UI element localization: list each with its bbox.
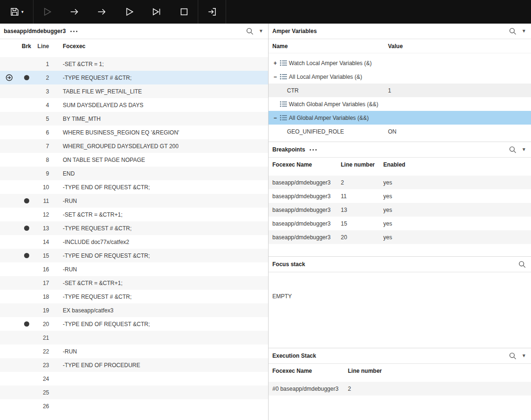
save-dropdown-caret[interactable]: ▾ (21, 10, 24, 14)
chevron-down-icon[interactable]: ▼ (259, 29, 263, 34)
breakpoint-cell[interactable] (18, 362, 35, 368)
more-options-icon[interactable] (310, 149, 317, 151)
breakpoint-cell[interactable] (18, 116, 35, 121)
breakpoint-cell[interactable] (18, 226, 35, 231)
code-line[interactable]: 13 -TYPE REQUEST # &CTR; (0, 221, 268, 235)
breakpoint-cell[interactable] (18, 390, 35, 395)
code-line[interactable]: 4 SUM DAYSDELAYED AS DAYS (0, 98, 268, 112)
code-line[interactable]: 8 ON TABLE SET PAGE NOPAGE (0, 153, 268, 167)
search-icon[interactable] (246, 27, 254, 35)
breakpoint-row[interactable]: baseapp/dmdebugger3 13 yes (269, 203, 531, 217)
breakpoint-cell[interactable] (18, 89, 35, 94)
code-line[interactable]: 3 TABLE FILE WF_RETAIL_LITE (0, 84, 268, 98)
step-over-button[interactable] (61, 0, 88, 24)
chevron-down-icon[interactable]: ▼ (522, 147, 526, 152)
code-line[interactable]: 14 -INCLUDE doc77x/catfex2 (0, 235, 268, 249)
breakpoint-row[interactable]: baseapp/dmdebugger3 15 yes (269, 217, 531, 230)
amper-variable-row[interactable]: + Watch Local Amper Variables (&) (269, 56, 531, 70)
code-line[interactable]: 2 -TYPE REQUEST # &CTR; (0, 71, 268, 84)
breakpoint-line: 13 (341, 207, 383, 213)
expander-toggle[interactable]: − (272, 115, 278, 121)
exit-debugger-button[interactable] (198, 0, 226, 24)
breakpoint-cell[interactable] (18, 294, 35, 299)
code-line[interactable]: 17 -SET &CTR = &CTR+1; (0, 276, 268, 290)
resume-button[interactable] (116, 0, 143, 24)
amper-variable-row[interactable]: Watch Global Amper Variables (&&) (269, 97, 531, 111)
line-number: 21 (35, 335, 49, 341)
search-icon[interactable] (509, 146, 517, 154)
amper-variable-row[interactable]: GEO_UNIFIED_ROLE ON (269, 125, 531, 138)
breakpoint-cell[interactable] (18, 171, 35, 176)
search-icon[interactable] (509, 27, 517, 35)
breakpoint-row[interactable]: baseapp/dmdebugger3 11 yes (269, 189, 531, 203)
chevron-down-icon[interactable]: ▼ (522, 353, 526, 358)
code-line[interactable]: 5 BY TIME_MTH (0, 112, 268, 126)
breakpoint-cell[interactable] (18, 198, 35, 203)
code-line[interactable]: 23 -TYPE END OF PROCEDURE (0, 358, 268, 372)
exit-debugger-icon (207, 7, 217, 17)
code-line[interactable]: 24 (0, 372, 268, 386)
variable-list-icon (280, 101, 287, 107)
line-number: 4 (35, 102, 49, 109)
code-text: -TYPE END OF REQUEST &CTR; (63, 252, 150, 259)
amper-variable-row[interactable]: − All Global Amper Variables (&&) (269, 111, 531, 125)
expander-toggle[interactable]: + (272, 60, 278, 67)
breakpoint-cell[interactable] (18, 157, 35, 162)
code-line[interactable]: 26 (0, 399, 268, 413)
code-line[interactable]: 7 WHERE_GROUPED DAYSDELAYED GT 200 (0, 139, 268, 153)
step-return-button[interactable] (88, 0, 116, 24)
run-to-end-button[interactable] (143, 0, 170, 24)
breakpoint-cell[interactable] (18, 280, 35, 286)
amper-variable-row[interactable]: CTR 1 (269, 84, 531, 97)
code-line[interactable]: 6 WHERE BUSINESS_REGION EQ '&REGION' (0, 126, 268, 139)
breakpoint-cell[interactable] (18, 212, 35, 217)
code-text: WHERE_GROUPED DAYSDELAYED GT 200 (63, 143, 178, 150)
save-button[interactable]: ▾ (0, 0, 33, 24)
code-line[interactable]: 15 -TYPE END OF REQUEST &CTR; (0, 249, 268, 262)
breakpoint-cell[interactable] (18, 253, 35, 258)
code-text: -TYPE REQUEST # &CTR; (63, 294, 132, 300)
more-options-icon[interactable] (70, 31, 77, 32)
breakpoint-cell[interactable] (18, 61, 35, 67)
code-line[interactable]: 19 EX baseapp/catfex3 (0, 303, 268, 317)
run-button[interactable] (34, 0, 61, 24)
code-line[interactable]: 1 -SET &CTR = 1; (0, 57, 268, 71)
breakpoint-cell[interactable] (18, 308, 35, 313)
stop-button[interactable] (170, 0, 198, 24)
execution-stack-header: Execution Stack ▼ (269, 348, 531, 364)
breakpoints-panel: Breakpoints ▼ Focexec Name Line number E… (269, 142, 531, 256)
breakpoint-cell[interactable] (18, 321, 35, 327)
code-line[interactable]: 10 -TYPE END OF REQUEST &CTR; (0, 180, 268, 194)
code-line[interactable]: 20 -TYPE END OF REQUEST &CTR; (0, 317, 268, 331)
amper-variable-row[interactable]: − All Local Amper Variables (&) (269, 70, 531, 84)
breakpoint-cell[interactable] (18, 130, 35, 135)
search-icon[interactable] (509, 352, 517, 360)
code-line[interactable]: 18 -TYPE REQUEST # &CTR; (0, 290, 268, 303)
chevron-down-icon[interactable]: ▼ (522, 29, 526, 34)
breakpoint-cell[interactable] (18, 143, 35, 149)
search-icon[interactable] (518, 260, 526, 269)
code-line[interactable]: 11 -RUN (0, 194, 268, 208)
breakpoint-cell[interactable] (18, 335, 35, 340)
breakpoint-row[interactable]: baseapp/dmdebugger3 20 yes (269, 230, 531, 244)
execution-stack-row[interactable]: #0 baseapp/dmdebugger3 2 (269, 382, 531, 395)
breakpoint-cell[interactable] (18, 376, 35, 381)
code-line[interactable]: 21 (0, 331, 268, 344)
breakpoint-cell[interactable] (18, 102, 35, 108)
code-line[interactable]: 16 -RUN (0, 262, 268, 276)
breakpoint-cell[interactable] (18, 75, 35, 80)
variable-list-icon (280, 74, 287, 80)
code-line[interactable]: 22 -RUN (0, 344, 268, 358)
breakpoint-enabled: yes (383, 179, 531, 186)
breakpoint-cell[interactable] (18, 185, 35, 190)
code-line[interactable]: 9 END (0, 167, 268, 180)
code-line[interactable]: 25 (0, 386, 268, 399)
breakpoint-cell[interactable] (18, 239, 35, 244)
code-line[interactable]: 12 -SET &CTR = &CTR+1; (0, 208, 268, 221)
code-text: -TYPE REQUEST # &CTR; (63, 225, 132, 232)
breakpoint-cell[interactable] (18, 267, 35, 272)
breakpoint-cell[interactable] (18, 403, 35, 409)
breakpoint-row[interactable]: baseapp/dmdebugger3 2 yes (269, 176, 531, 189)
expander-toggle[interactable]: − (272, 74, 278, 80)
breakpoint-cell[interactable] (18, 349, 35, 354)
